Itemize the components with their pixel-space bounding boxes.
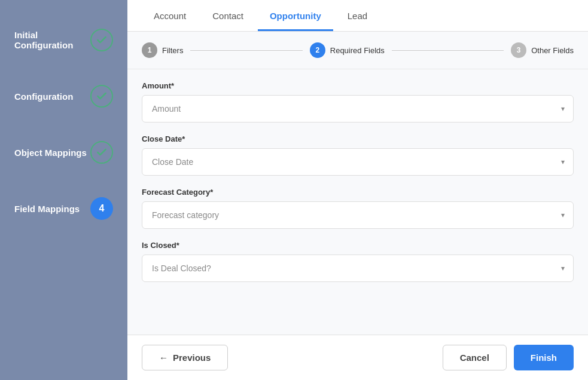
step-label-required-fields: Required Fields: [330, 46, 385, 55]
form-content: Amount* Amount ▾ Close Date* Close Date …: [127, 69, 588, 335]
tab-contact[interactable]: Contact: [200, 0, 255, 31]
sidebar-label-configuration: Configuration: [14, 91, 73, 102]
field-label-forecast-category: Forecast Category*: [142, 188, 574, 197]
amount-select[interactable]: Amount ▾: [142, 95, 574, 122]
sidebar-item-initial-configuration[interactable]: Initial Configuration: [0, 12, 127, 68]
main-content: Account Contact Opportunity Lead 1 Filte…: [127, 0, 588, 380]
is-closed-select-display: Is Deal Closed?: [142, 255, 573, 281]
field-label-is-closed: Is Closed*: [142, 241, 574, 250]
field-group-amount: Amount* Amount ▾: [142, 81, 574, 122]
tab-opportunity[interactable]: Opportunity: [258, 0, 333, 31]
step-other-fields: 3 Other Fields: [511, 42, 574, 58]
sidebar-item-configuration[interactable]: Configuration: [0, 68, 127, 124]
sidebar-item-object-mappings[interactable]: Object Mappings: [0, 124, 127, 180]
step-label-other-fields: Other Fields: [531, 46, 574, 55]
field-group-forecast-category: Forecast Category* Forecast category ▾: [142, 188, 574, 229]
sidebar-label-initial-configuration: Initial Configuration: [14, 30, 90, 50]
sidebar-badge-initial-configuration: [90, 29, 113, 51]
stepper: 1 Filters 2 Required Fields 3 Other Fiel…: [127, 32, 588, 69]
sidebar-item-field-mappings[interactable]: Field Mappings 4: [0, 180, 127, 237]
field-group-close-date: Close Date* Close Date ▾: [142, 134, 574, 176]
tab-lead[interactable]: Lead: [336, 0, 379, 31]
step-line-2: [392, 50, 504, 51]
sidebar-badge-configuration: [90, 85, 113, 108]
previous-button-label: Previous: [173, 353, 211, 363]
is-closed-select[interactable]: Is Deal Closed? ▾: [142, 255, 574, 282]
field-label-close-date: Close Date*: [142, 134, 574, 143]
forecast-category-select[interactable]: Forecast category ▾: [142, 201, 574, 229]
previous-button[interactable]: ← Previous: [142, 345, 228, 370]
previous-arrow-icon: ←: [159, 353, 168, 363]
step-circle-filters: 1: [142, 42, 157, 58]
amount-select-display: Amount: [142, 96, 573, 122]
sidebar-badge-field-mappings: 4: [90, 197, 113, 220]
close-date-select-display: Close Date: [142, 149, 573, 175]
sidebar-badge-object-mappings: [90, 141, 113, 164]
sidebar: Initial Configuration Configuration Obje…: [0, 0, 127, 380]
step-filters: 1 Filters: [142, 42, 183, 58]
step-label-filters: Filters: [162, 46, 183, 55]
step-required-fields: 2 Required Fields: [310, 42, 385, 58]
footer-right-actions: Cancel Finish: [443, 345, 574, 370]
finish-button[interactable]: Finish: [514, 345, 574, 370]
forecast-category-select-display: Forecast category: [142, 202, 573, 228]
tab-account[interactable]: Account: [142, 0, 198, 31]
cancel-button[interactable]: Cancel: [443, 345, 507, 370]
step-line-1: [190, 50, 302, 51]
field-label-amount: Amount*: [142, 81, 574, 90]
tabs-bar: Account Contact Opportunity Lead: [127, 0, 588, 32]
step-circle-required-fields: 2: [310, 42, 325, 58]
step-circle-other-fields: 3: [511, 42, 526, 58]
close-date-select[interactable]: Close Date ▾: [142, 148, 574, 176]
footer: ← Previous Cancel Finish: [127, 335, 588, 380]
sidebar-label-field-mappings: Field Mappings: [14, 204, 80, 214]
field-group-is-closed: Is Closed* Is Deal Closed? ▾: [142, 241, 574, 282]
sidebar-label-object-mappings: Object Mappings: [14, 148, 87, 158]
